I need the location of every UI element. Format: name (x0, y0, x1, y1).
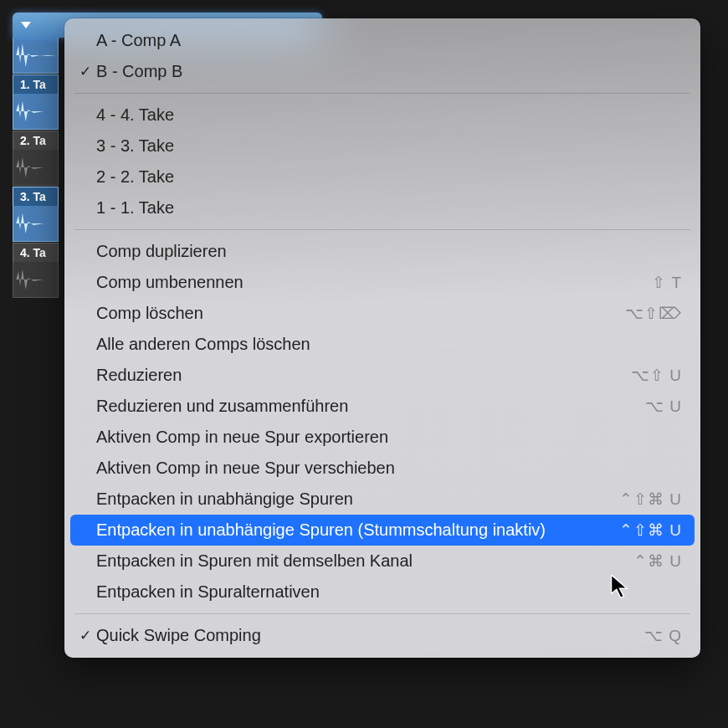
menu-separator (74, 93, 690, 94)
menu-item-label: 2 - 2. Take (96, 167, 682, 187)
menu-item-shortcut: ⌃⇧⌘ U (619, 490, 682, 509)
menu-separator (74, 613, 690, 614)
take-label[interactable]: 3. Ta (13, 187, 59, 206)
menu-item-label: Entpacken in unabhängige Spuren (Stummsc… (96, 520, 619, 540)
take-label[interactable]: 2. Ta (13, 131, 59, 150)
menu-item-label: Entpacken in Spuralternativen (96, 582, 682, 602)
menu-item-label: Aktiven Comp in neue Spur verschieben (96, 459, 682, 478)
menu-item[interactable]: ✓Quick Swipe Comping⌥ Q (64, 620, 700, 651)
menu-item-shortcut: ⌃⌘ U (633, 551, 682, 571)
menu-item-label: Aktiven Comp in neue Spur exportieren (96, 428, 682, 447)
menu-item-shortcut: ⌥⇧⌦ (625, 304, 682, 323)
menu-item[interactable]: Entpacken in unabhängige Spuren⌃⇧⌘ U (64, 484, 700, 515)
menu-item-label: B - Comp B (96, 62, 682, 81)
take-label[interactable]: 1. Ta (13, 74, 59, 94)
menu-item[interactable]: Reduzieren und zusammenführen⌥ U (64, 391, 700, 422)
disclosure-triangle-icon[interactable] (21, 22, 31, 28)
menu-item-label: Reduzieren (96, 366, 631, 385)
menu-item[interactable]: 1 - 1. Take (64, 192, 700, 223)
menu-item[interactable]: 2 - 2. Take (64, 161, 700, 192)
track-waveform-main[interactable] (13, 38, 59, 74)
menu-item-label: Reduzieren und zusammenführen (96, 397, 645, 416)
menu-separator (74, 229, 690, 230)
checkmark-icon: ✓ (74, 63, 96, 80)
menu-item-shortcut: ⌥ U (645, 397, 682, 416)
menu-item-label: 4 - 4. Take (96, 105, 682, 125)
menu-item[interactable]: Reduzieren⌥⇧ U (64, 360, 700, 391)
menu-item-shortcut: ⌥ Q (644, 626, 682, 645)
menu-item[interactable]: Entpacken in Spuralternativen (64, 577, 700, 608)
menu-item-label: 3 - 3. Take (96, 136, 682, 156)
menu-item[interactable]: Entpacken in Spuren mit demselben Kanal⌃… (64, 546, 700, 577)
take-label[interactable]: 4. Ta (13, 243, 59, 262)
menu-item[interactable]: 4 - 4. Take (64, 100, 700, 131)
menu-item[interactable]: Aktiven Comp in neue Spur verschieben (64, 453, 700, 484)
menu-item-label: Quick Swipe Comping (96, 626, 644, 645)
menu-item[interactable]: Comp löschen⌥⇧⌦ (64, 298, 700, 329)
menu-item[interactable]: Aktiven Comp in neue Spur exportieren (64, 422, 700, 453)
take-waveform[interactable] (13, 94, 59, 130)
menu-item[interactable]: Entpacken in unabhängige Spuren (Stummsc… (70, 515, 695, 546)
take-folder-context-menu: A - Comp A✓B - Comp B 4 - 4. Take3 - 3. … (64, 18, 700, 658)
menu-item-shortcut: ⌃⇧⌘ U (619, 520, 682, 540)
menu-item[interactable]: A - Comp A (64, 25, 700, 56)
menu-item-label: Entpacken in Spuren mit demselben Kanal (96, 551, 633, 571)
menu-item[interactable]: Alle anderen Comps löschen (64, 329, 700, 360)
take-waveform[interactable] (13, 150, 59, 186)
menu-item[interactable]: ✓B - Comp B (64, 56, 700, 87)
menu-item[interactable]: Comp umbenennen⇧ T (64, 267, 700, 298)
menu-item-shortcut: ⇧ T (652, 273, 682, 292)
menu-item-label: Entpacken in unabhängige Spuren (96, 490, 619, 509)
menu-item-shortcut: ⌥⇧ U (631, 366, 682, 385)
menu-item-label: 1 - 1. Take (96, 198, 682, 218)
take-waveform[interactable] (13, 262, 59, 298)
menu-item-label: Comp löschen (96, 304, 625, 323)
menu-item-label: Comp duplizieren (96, 242, 682, 261)
menu-item-label: Comp umbenennen (96, 273, 652, 292)
menu-item-label: Alle anderen Comps löschen (96, 335, 682, 354)
checkmark-icon: ✓ (74, 627, 96, 644)
menu-item-label: A - Comp A (96, 31, 682, 50)
take-waveform[interactable] (13, 206, 59, 242)
menu-item[interactable]: 3 - 3. Take (64, 131, 700, 161)
menu-item[interactable]: Comp duplizieren (64, 236, 700, 267)
